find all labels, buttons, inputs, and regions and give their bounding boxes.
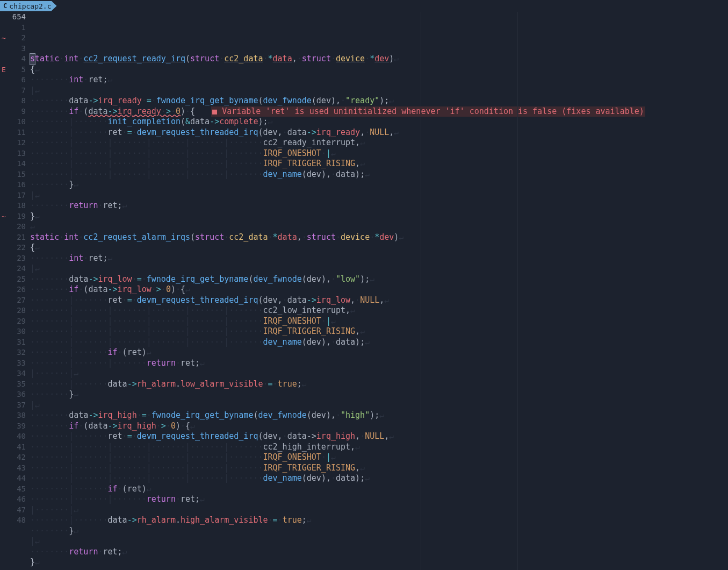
sign-cell	[0, 274, 8, 285]
c-file-icon: C	[3, 2, 7, 10]
code-line[interactable]: ········|·······init_completion(&data->c…	[30, 117, 728, 127]
diagnostic-inline[interactable]: ■ Variable 'ret' is used uninitialized w…	[211, 106, 645, 117]
code-line[interactable]: ········|·······|·······return·ret;↵	[30, 358, 728, 369]
sign-cell	[0, 421, 8, 432]
sign-cell	[0, 201, 8, 211]
line-number: 31	[8, 337, 26, 348]
code-line[interactable]: |↵	[30, 400, 728, 411]
sign-cell	[0, 44, 8, 54]
line-number: 14	[8, 159, 26, 169]
code-line[interactable]: ········if·(data->irq_ready·>·0)·{■ Vari…	[30, 106, 728, 117]
line-number: 36	[8, 389, 26, 400]
code-line[interactable]: ········return·ret;↵	[30, 201, 728, 211]
sign-cell	[0, 368, 8, 379]
code-line[interactable]: ········|·······if·(ret)↵	[30, 484, 728, 495]
code-line[interactable]: |·······|↵	[30, 505, 728, 516]
code-line[interactable]: ········|·······data->rh_alarm.high_alar…	[30, 515, 728, 526]
code-line[interactable]: static·int·cc2_request_alarm_irqs(struct…	[30, 232, 728, 243]
line-number: 46	[8, 494, 26, 505]
sign-cell	[0, 295, 8, 306]
line-number: 30	[8, 326, 26, 337]
code-line[interactable]: |↵	[30, 263, 728, 274]
line-number: 43	[8, 463, 26, 474]
sign-cell	[0, 337, 8, 348]
line-number: 22	[8, 243, 26, 253]
code-line[interactable]: ········|·······|·······|·······|·······…	[30, 326, 728, 337]
line-number-column: 6541234567891011121314151617181920212223…	[8, 12, 30, 570]
code-area[interactable]: static·int·cc2_request_ready_irq(struct·…	[30, 12, 728, 570]
file-tab[interactable]: C chipcap2.c	[0, 1, 57, 11]
code-line[interactable]: ········|·······|·······|·······|·······…	[30, 473, 728, 484]
code-line[interactable]: ········|·······|·······return·ret;↵	[30, 494, 728, 505]
code-line[interactable]: ········int·ret;↵	[30, 253, 728, 264]
code-line[interactable]: ········|·······|·······|·······|·······…	[30, 337, 728, 348]
code-line[interactable]: ········|·······|·······|·······|·······…	[30, 169, 728, 180]
line-number: 2	[8, 33, 26, 44]
line-number: 26	[8, 284, 26, 295]
line-number: 19	[8, 211, 26, 222]
editor[interactable]: ~E~ 654123456789101112131415161718192021…	[0, 12, 728, 570]
code-line[interactable]: ········|·······|·······|·······|·······…	[30, 442, 728, 453]
sign-cell	[0, 410, 8, 421]
sign-cell	[0, 169, 8, 180]
code-line[interactable]: }↵	[30, 557, 728, 568]
code-line[interactable]: ········|·······|·······|·······|·······…	[30, 463, 728, 474]
sign-cell	[0, 484, 8, 495]
sign-cell	[0, 463, 8, 474]
line-number: 16	[8, 180, 26, 190]
sign-cell	[0, 494, 8, 505]
code-line[interactable]: ········data->irq_low·=·fwnode_irq_get_b…	[30, 274, 728, 285]
code-line[interactable]: ········|·······|·······|·······|·······…	[30, 305, 728, 316]
code-line[interactable]: static·int·cc2_request_ready_irq(struct·…	[30, 54, 728, 65]
code-line[interactable]: ········}↵	[30, 180, 728, 190]
tab-filename: chipcap2.c	[9, 2, 51, 10]
sign-cell	[0, 148, 8, 159]
line-number: 40	[8, 431, 26, 442]
code-line[interactable]: ········|·······|·······|·······|·······…	[30, 452, 728, 463]
sign-cell	[0, 452, 8, 463]
code-line[interactable]: ········|·······|·······|·······|·······…	[30, 159, 728, 169]
code-line[interactable]: ········|·······|·······|·······|·······…	[30, 138, 728, 148]
code-line[interactable]: {↵	[30, 65, 728, 75]
code-line[interactable]: ········}↵	[30, 389, 728, 400]
sign-cell: ~	[0, 33, 8, 44]
code-line[interactable]: ········data->irq_high·=·fwnode_irq_get_…	[30, 410, 728, 421]
line-number: 10	[8, 117, 26, 127]
code-line[interactable]: ········|·······ret·=·devm_request_threa…	[30, 295, 728, 306]
code-line[interactable]: ········|·······if·(ret)↵	[30, 347, 728, 358]
sign-cell	[0, 379, 8, 390]
line-number: 11	[8, 127, 26, 138]
code-line[interactable]: ········if·(data->irq_low·>·0)·{↵	[30, 284, 728, 295]
line-number: 38	[8, 410, 26, 421]
code-line[interactable]: ········return·ret;↵	[30, 547, 728, 558]
sign-cell	[0, 190, 8, 201]
line-number: 21	[8, 232, 26, 243]
code-line[interactable]: ········data->irq_ready·=·fwnode_irq_get…	[30, 96, 728, 106]
code-line[interactable]: |↵	[30, 86, 728, 96]
line-number: 35	[8, 379, 26, 390]
sign-cell	[0, 284, 8, 295]
code-line[interactable]: ········if·(data->irq_high·>·0)·{↵	[30, 421, 728, 432]
code-line[interactable]: ········|·······ret·=·devm_request_threa…	[30, 431, 728, 442]
line-number: 41	[8, 442, 26, 453]
code-line[interactable]: ········|·······ret·=·devm_request_threa…	[30, 127, 728, 138]
sign-cell	[0, 473, 8, 484]
line-number: 27	[8, 295, 26, 306]
code-line[interactable]: ↵	[30, 222, 728, 232]
code-line[interactable]: |·······|↵	[30, 368, 728, 379]
sign-cell	[0, 23, 8, 33]
code-line[interactable]: |↵	[30, 536, 728, 547]
ruler-80	[421, 12, 421, 570]
code-line[interactable]: |↵	[30, 190, 728, 201]
code-line[interactable]: ········|·······|·······|·······|·······…	[30, 148, 728, 159]
line-number: 654	[8, 12, 26, 23]
code-line[interactable]: ········int·ret;↵	[30, 75, 728, 86]
code-line[interactable]: ········|·······|·······|·······|·······…	[30, 316, 728, 327]
sign-cell	[0, 106, 8, 117]
code-line[interactable]: ········}↵	[30, 526, 728, 537]
code-line[interactable]: {↵	[30, 243, 728, 253]
code-line[interactable]: ········|·······data->rh_alarm.low_alarm…	[30, 379, 728, 390]
sign-cell	[0, 305, 8, 316]
line-number: 20	[8, 222, 26, 232]
code-line[interactable]: }↵	[30, 211, 728, 222]
